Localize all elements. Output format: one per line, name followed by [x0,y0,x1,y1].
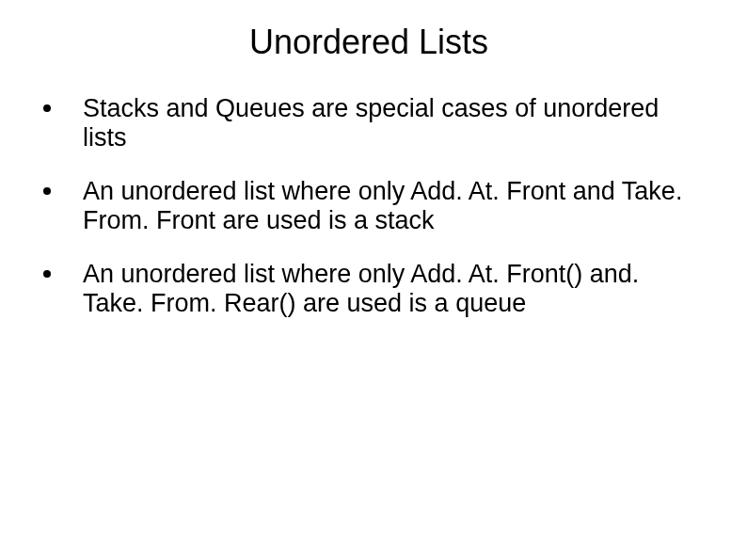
slide: Unordered Lists Stacks and Queues are sp… [0,0,747,560]
slide-title: Unordered Lists [38,23,700,62]
bullet-list: Stacks and Queues are special cases of u… [38,94,700,318]
bullet-text: An unordered list where only Add. At. Fr… [83,177,682,234]
list-item: An unordered list where only Add. At. Fr… [38,260,700,318]
bullet-text: An unordered list where only Add. At. Fr… [83,260,639,317]
list-item: An unordered list where only Add. At. Fr… [38,177,700,235]
list-item: Stacks and Queues are special cases of u… [38,94,700,152]
bullet-text: Stacks and Queues are special cases of u… [83,94,659,152]
